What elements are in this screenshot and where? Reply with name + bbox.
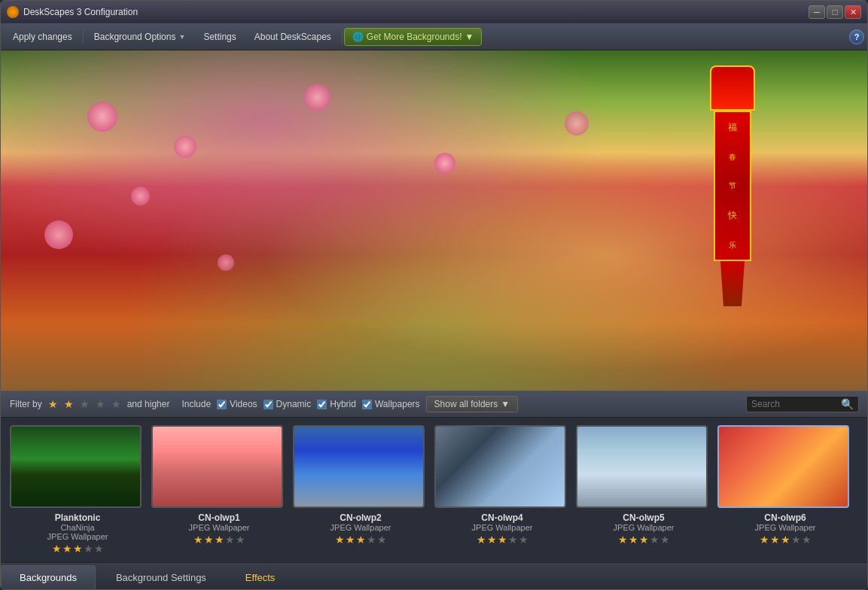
videos-checkbox-item[interactable]: Videos xyxy=(217,399,257,409)
lantern-text: 福 春 节 快 乐 xyxy=(715,112,750,260)
help-button[interactable]: ? xyxy=(849,29,864,44)
thumb-star-empty: ★ xyxy=(802,534,812,546)
star-4[interactable]: ★ xyxy=(96,398,105,410)
maximize-button[interactable]: □ xyxy=(827,5,843,19)
decoration-flower-5 xyxy=(565,111,589,135)
thumb-name-1: CN-olwp1 xyxy=(151,512,287,523)
dynamic-checkbox[interactable] xyxy=(263,400,273,409)
thumb-star: ★ xyxy=(477,534,486,546)
thumb-image-1 xyxy=(151,425,283,508)
get-more-button[interactable]: 🌐 Get More Backgrounds! ▼ xyxy=(344,28,483,46)
thumb-star-empty: ★ xyxy=(660,534,670,546)
thumb-star-empty: ★ xyxy=(519,534,528,546)
thumb-star-empty: ★ xyxy=(791,534,801,546)
search-input[interactable] xyxy=(751,399,841,409)
thumb-type-2: JPEG Wallpaper xyxy=(293,523,428,532)
dynamic-checkbox-item[interactable]: Dynamic xyxy=(263,399,312,409)
thumb-star: ★ xyxy=(498,534,507,546)
apply-changes-button[interactable]: Apply changes xyxy=(4,27,81,47)
hybrid-checkbox[interactable] xyxy=(317,400,327,409)
thumb-stars-3: ★★★★★ xyxy=(434,534,570,546)
thumb-star: ★ xyxy=(629,534,638,546)
preview-container: 福 春 节 快 乐 JPEG Wallpaper xyxy=(1,50,867,391)
thumb-star-empty: ★ xyxy=(236,534,245,546)
star-1[interactable]: ★ xyxy=(48,398,58,410)
show-folders-button[interactable]: Show all folders ▼ xyxy=(426,396,519,412)
main-window: DeskScapes 3 Configuration ─ □ ✕ Apply c… xyxy=(0,0,868,590)
lantern-decoration: 福 春 节 快 乐 xyxy=(710,65,755,306)
get-more-icon: 🌐 xyxy=(352,32,364,42)
show-folders-arrow: ▼ xyxy=(501,399,510,409)
thumb-image-2 xyxy=(293,425,425,508)
thumb-stars-1: ★★★★★ xyxy=(151,534,287,546)
thumb-star: ★ xyxy=(770,534,780,546)
videos-checkbox[interactable] xyxy=(217,400,227,409)
decoration-flower-4 xyxy=(434,153,455,174)
thumb-star: ★ xyxy=(335,534,345,546)
star-2[interactable]: ★ xyxy=(64,398,74,410)
settings-menu[interactable]: Settings xyxy=(194,27,245,47)
thumb-stars-4: ★★★★★ xyxy=(576,534,711,546)
main-content: 福 春 节 快 乐 JPEG Wallpaper xyxy=(1,50,867,589)
star-3[interactable]: ★ xyxy=(80,398,90,410)
decoration-flower-7 xyxy=(44,220,73,249)
thumbnail-item-3[interactable]: CN-olwp4 JPEG Wallpaper ★★★★★ xyxy=(434,425,570,555)
about-menu[interactable]: About DeskScapes xyxy=(245,27,340,47)
thumb-star: ★ xyxy=(193,534,203,546)
thumb-star-empty: ★ xyxy=(367,534,376,546)
thumb-star: ★ xyxy=(52,543,62,555)
thumbnail-item-5[interactable]: CN-olwp6 JPEG Wallpaper ★★★★★ xyxy=(717,425,853,555)
bg-options-arrow: ▼ xyxy=(178,33,185,41)
thumbnail-item-2[interactable]: CN-olwp2 JPEG Wallpaper ★★★★★ xyxy=(293,425,428,555)
thumb-star: ★ xyxy=(62,543,72,555)
thumb-star-empty: ★ xyxy=(650,534,659,546)
thumb-star: ★ xyxy=(781,534,790,546)
and-higher-label: and higher xyxy=(127,399,170,409)
thumb-star: ★ xyxy=(73,543,83,555)
lantern-top xyxy=(710,65,755,111)
thumb-type-1: JPEG Wallpaper xyxy=(151,523,287,532)
decoration-flower-1 xyxy=(87,102,117,132)
thumb-name-4: CN-olwp5 xyxy=(576,512,711,523)
wallpapers-checkbox[interactable] xyxy=(362,400,372,409)
thumb-stars-0: ★★★★★ xyxy=(10,543,145,555)
preview-image: 福 春 节 快 乐 xyxy=(1,50,867,391)
app-icon xyxy=(7,6,19,18)
decoration-flower-8 xyxy=(218,254,234,271)
thumbnail-grid: Planktonic ChaNinja JPEG Wallpaper ★★★★★… xyxy=(1,418,867,562)
hybrid-checkbox-item[interactable]: Hybrid xyxy=(317,399,356,409)
background-options-menu[interactable]: Background Options ▼ xyxy=(85,27,195,47)
title-bar: DeskScapes 3 Configuration ─ □ ✕ xyxy=(1,1,867,23)
menu-separator-1 xyxy=(83,29,84,44)
filter-by-label: Filter by xyxy=(10,399,42,409)
wallpapers-checkbox-item[interactable]: Wallpapers xyxy=(362,399,420,409)
thumb-author-0: ChaNinja xyxy=(10,523,145,532)
minimize-button[interactable]: ─ xyxy=(809,5,825,19)
thumb-star-empty: ★ xyxy=(377,534,387,546)
tab-background-settings[interactable]: Background Settings xyxy=(97,565,225,589)
bottom-tabs: Backgrounds Background Settings Effects xyxy=(1,562,867,589)
thumb-stars-2: ★★★★★ xyxy=(293,534,428,546)
search-box[interactable]: 🔍 xyxy=(746,396,859,412)
thumb-star: ★ xyxy=(346,534,355,546)
star-5[interactable]: ★ xyxy=(111,398,121,410)
tab-backgrounds[interactable]: Backgrounds xyxy=(1,565,96,589)
close-button[interactable]: ✕ xyxy=(845,5,861,19)
thumb-star: ★ xyxy=(760,534,769,546)
thumb-name-3: CN-olwp4 xyxy=(434,512,570,523)
tab-effects[interactable]: Effects xyxy=(227,565,294,589)
thumbnail-item-4[interactable]: CN-olwp5 JPEG Wallpaper ★★★★★ xyxy=(576,425,711,555)
decoration-flower-6 xyxy=(131,187,150,205)
thumbnail-item-1[interactable]: CN-olwp1 JPEG Wallpaper ★★★★★ xyxy=(151,425,287,555)
menu-bar: Apply changes Background Options ▼ Setti… xyxy=(1,23,867,50)
thumb-star: ★ xyxy=(204,534,214,546)
thumb-type-3: JPEG Wallpaper xyxy=(434,523,570,532)
lantern-body: 福 春 节 快 乐 xyxy=(714,111,751,261)
thumbnail-item-0[interactable]: Planktonic ChaNinja JPEG Wallpaper ★★★★★ xyxy=(10,425,145,555)
thumb-star: ★ xyxy=(356,534,366,546)
decoration-flower-3 xyxy=(304,84,330,111)
thumb-type-0: JPEG Wallpaper xyxy=(10,532,145,541)
thumb-image-5 xyxy=(717,425,849,508)
thumb-type-4: JPEG Wallpaper xyxy=(576,523,711,532)
include-label: Include xyxy=(181,399,211,409)
